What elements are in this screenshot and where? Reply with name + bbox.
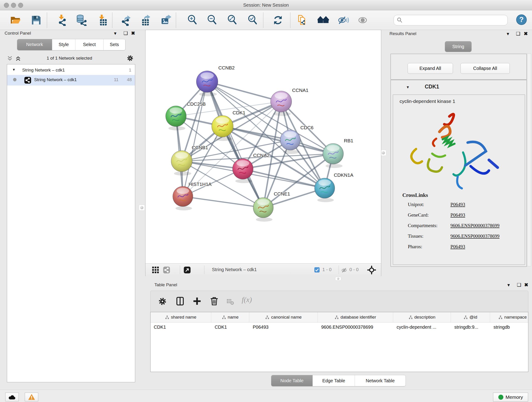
network-canvas[interactable]: CCNB2CCNA1CDC25BCDK1CDC6RB1CCNB1CCNA2CDK… (146, 30, 381, 263)
tab-node-table[interactable]: Node Table (271, 375, 313, 386)
tab-network-table[interactable]: Network Table (355, 375, 405, 386)
results-buttons-box: Expand All Collapse All (390, 54, 527, 80)
network-collection-row[interactable]: ▼ String Network – cdk1 1 (7, 66, 135, 76)
column-header-4[interactable]: description (393, 312, 451, 322)
float-panel-icon[interactable]: ▼ (507, 283, 511, 288)
search-box[interactable] (394, 15, 508, 26)
show-columns-icon[interactable] (175, 296, 185, 306)
maximize-panel-icon[interactable]: ❑ (517, 282, 521, 288)
import-table-icon[interactable] (97, 14, 108, 26)
export-network-icon[interactable] (120, 14, 132, 26)
close-window-icon[interactable] (4, 3, 9, 8)
float-panel-icon[interactable]: ▼ (113, 31, 117, 36)
tree-expander-icon[interactable]: ▼ (12, 68, 16, 71)
zoom-fit-icon[interactable] (227, 14, 238, 26)
left-splitter-handle[interactable] (139, 205, 145, 211)
crosslink-link[interactable]: 9606.ENSP00000378699 (450, 223, 500, 229)
add-column-icon[interactable] (192, 296, 202, 306)
table-cell[interactable]: CDK1 (211, 323, 249, 332)
column-header-3[interactable]: database identifier (318, 312, 393, 322)
network-view-mode-icon[interactable] (163, 266, 170, 274)
network-row-selected[interactable]: String Network – cdk1 11 48 (7, 75, 135, 85)
entry-expander-icon[interactable]: ▼ (406, 85, 410, 89)
export-image-icon[interactable] (161, 14, 172, 26)
results-scrollbar[interactable] (527, 54, 531, 266)
search-input[interactable] (405, 16, 504, 24)
node-table[interactable]: shared namenamecanonical namedatabase id… (150, 312, 528, 372)
zoom-selected-icon[interactable] (247, 14, 259, 26)
crosslink-link[interactable]: 9606.ENSP00000378699 (450, 233, 500, 239)
table-header-row: shared namenamecanonical namedatabase id… (151, 312, 528, 322)
table-cell[interactable]: 9606.ENSP00000378699 (318, 323, 393, 332)
column-label: @id (469, 315, 477, 320)
network-selection-status-row: 1 of 1 Network selected (4, 53, 135, 63)
network-options-gear-icon[interactable] (127, 55, 134, 62)
table-cell[interactable]: stringdb:9... (451, 323, 490, 332)
toolbar-separator (180, 265, 180, 274)
float-panel-icon[interactable]: ▼ (506, 32, 510, 36)
tab-select[interactable]: Select (75, 39, 104, 50)
cloud-button[interactable] (5, 393, 19, 401)
crosslink-link[interactable]: P06493 (450, 244, 465, 249)
tab-style[interactable]: Style (52, 39, 75, 50)
column-label: canonical name (271, 315, 302, 320)
expand-all-button[interactable]: Expand All (408, 63, 453, 74)
collapse-all-button[interactable]: Collapse All (461, 63, 510, 74)
table-options-gear-icon[interactable] (158, 297, 167, 306)
column-header-6[interactable]: namespace (490, 312, 528, 322)
bottom-splitter-handle[interactable] (335, 277, 341, 281)
warning-button[interactable] (25, 393, 38, 401)
zoom-window-icon[interactable] (18, 3, 23, 8)
minimize-window-icon[interactable] (11, 3, 16, 8)
column-header-5[interactable]: @id (451, 312, 490, 322)
tab-string[interactable]: String (445, 41, 472, 52)
close-panel-icon[interactable]: ✖ (131, 31, 135, 36)
help-icon[interactable]: ? (516, 14, 527, 26)
copy-network-icon[interactable] (297, 14, 309, 26)
selected-nodes-checkbox-icon[interactable] (314, 267, 320, 273)
memory-status-dot (498, 395, 503, 400)
maximize-panel-icon[interactable]: ❑ (123, 31, 128, 36)
close-panel-icon[interactable]: ✖ (524, 31, 528, 36)
column-header-2[interactable]: canonical name (249, 312, 318, 322)
grid-view-icon[interactable] (152, 266, 159, 274)
network-view[interactable]: CCNB2CCNA1CDC25BCDK1CDC6RB1CCNB1CCNA2CDK… (145, 30, 381, 276)
open-session-icon[interactable] (10, 14, 21, 26)
close-panel-icon[interactable]: ✖ (524, 282, 528, 288)
home-icon[interactable] (317, 14, 329, 26)
crosslink-link[interactable]: P06493 (450, 202, 465, 207)
tab-sets[interactable]: Sets (104, 39, 125, 50)
column-header-0[interactable]: shared name (151, 312, 211, 322)
edge-count: 48 (127, 77, 132, 82)
table-cell[interactable]: P06493 (249, 323, 317, 332)
crosslink-label: Tissues: (408, 233, 423, 239)
cloud-icon (8, 394, 16, 400)
maximize-panel-icon[interactable]: ❑ (516, 31, 520, 36)
column-header-1[interactable]: name (211, 312, 249, 322)
zoom-in-icon[interactable] (187, 14, 198, 26)
node-label-CCNA2: CCNA2 (253, 153, 269, 158)
zoom-out-icon[interactable] (206, 14, 218, 26)
hide-selected-icon[interactable] (338, 14, 349, 26)
table-cell[interactable]: CDK1 (151, 323, 211, 332)
table-cell[interactable]: stringdb (490, 323, 528, 332)
control-panel-title: Control Panel (5, 31, 31, 36)
export-table-icon[interactable] (140, 14, 152, 26)
collection-label: String Network – cdk1 (22, 68, 65, 73)
import-network-database-icon[interactable] (76, 14, 87, 26)
svg-text:?: ? (519, 16, 524, 24)
tab-network[interactable]: Network (17, 39, 52, 50)
show-all-icon[interactable] (358, 14, 369, 26)
network-label: String Network – cdk1 (34, 77, 77, 82)
memory-button[interactable]: Memory (493, 393, 528, 402)
node-label-HIST1H1A: HIST1H1A (189, 182, 211, 187)
tab-edge-table[interactable]: Edge Table (313, 375, 355, 386)
delete-column-trash-icon[interactable] (209, 296, 219, 306)
fit-crosshair-icon[interactable] (367, 265, 376, 275)
save-session-icon[interactable] (31, 14, 42, 26)
crosslink-link[interactable]: P06493 (450, 212, 465, 218)
birdseye-view-icon[interactable] (184, 266, 191, 274)
refresh-icon[interactable] (272, 14, 284, 26)
table-cell[interactable]: cyclin-dependent ... (393, 323, 451, 332)
import-network-file-icon[interactable] (56, 14, 68, 26)
